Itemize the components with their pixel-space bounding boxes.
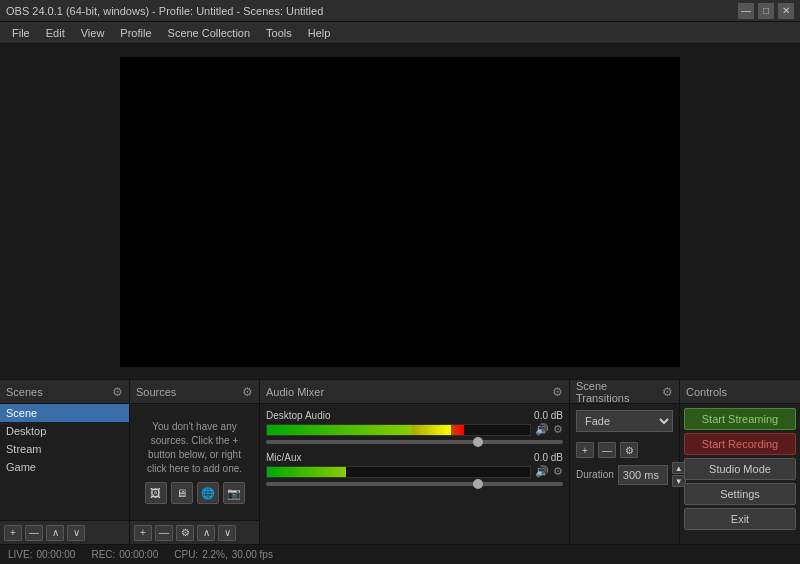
menu-help[interactable]: Help (300, 25, 339, 41)
scenes-panel-header: Scenes ⚙ (0, 380, 129, 404)
scene-transitions-panel: Scene Transitions ⚙ Fade Cut Swipe Slide… (570, 380, 680, 544)
desktop-audio-meter (266, 424, 531, 436)
sources-empty-text: You don't have any sources. Click the + … (138, 420, 251, 476)
preview-area (0, 44, 800, 379)
desktop-audio-meter-scale (267, 425, 530, 435)
statusbar: LIVE: 00:00:00 REC: 00:00:00 CPU: 2.2%, … (0, 544, 800, 564)
mic-settings-button[interactable]: ⚙ (553, 465, 563, 478)
start-recording-button[interactable]: Start Recording (684, 433, 796, 455)
maximize-button[interactable]: □ (758, 3, 774, 19)
desktop-audio-db: 0.0 dB (534, 410, 563, 421)
desktop-meter-yellow (412, 425, 451, 435)
desktop-meter-red (451, 425, 464, 435)
mic-audio-slider[interactable] (266, 482, 563, 486)
transitions-content: Fade Cut Swipe Slide Stinger Fade to Col… (570, 404, 679, 544)
sources-toolbar: + — ⚙ ∧ ∨ (130, 520, 259, 544)
mic-aux-meter (266, 466, 531, 478)
menu-profile[interactable]: Profile (112, 25, 159, 41)
menu-view[interactable]: View (73, 25, 113, 41)
audio-mixer-panel: Audio Mixer ⚙ Desktop Audio 0.0 dB (260, 380, 570, 544)
menu-scene-collection[interactable]: Scene Collection (160, 25, 259, 41)
cpu-status: CPU: 2.2%, 30.00 fps (174, 549, 273, 560)
desktop-audio-slider[interactable] (266, 440, 563, 444)
start-streaming-button[interactable]: Start Streaming (684, 408, 796, 430)
desktop-mute-button[interactable]: 🔊 (535, 423, 549, 436)
transitions-add-button[interactable]: + (576, 442, 594, 458)
transitions-title: Scene Transitions (576, 380, 662, 404)
fps-value: 30.00 fps (232, 549, 273, 560)
scenes-remove-button[interactable]: — (25, 525, 43, 541)
sources-settings-button[interactable]: ⚙ (176, 525, 194, 541)
scenes-up-button[interactable]: ∧ (46, 525, 64, 541)
sources-panel-header: Sources ⚙ (130, 380, 259, 404)
transitions-header: Scene Transitions ⚙ (570, 380, 679, 404)
sources-panel: Sources ⚙ You don't have any sources. Cl… (130, 380, 260, 544)
sources-config-icon[interactable]: ⚙ (242, 385, 253, 399)
duration-input[interactable] (618, 465, 668, 485)
duration-row: Duration ▲ ▼ (576, 462, 673, 487)
rec-time: 00:00:00 (119, 549, 158, 560)
desktop-settings-button[interactable]: ⚙ (553, 423, 563, 436)
transitions-settings-button[interactable]: ⚙ (620, 442, 638, 458)
scene-item-desktop[interactable]: Desktop (0, 422, 129, 440)
desktop-audio-name: Desktop Audio (266, 410, 331, 421)
transitions-toolbar: + — ⚙ (576, 442, 673, 458)
cpu-value: 2.2%, (202, 549, 228, 560)
scene-item-game[interactable]: Game (0, 458, 129, 476)
sources-add-button[interactable]: + (134, 525, 152, 541)
scenes-list: Scene Desktop Stream Game (0, 404, 129, 520)
rec-label: REC: (91, 549, 115, 560)
mic-aux-name: Mic/Aux (266, 452, 302, 463)
minimize-button[interactable]: — (738, 3, 754, 19)
sources-panel-title: Sources (136, 386, 176, 398)
menu-file[interactable]: File (4, 25, 38, 41)
mic-aux-channel: Mic/Aux 0.0 dB 🔊 ⚙ (266, 452, 563, 486)
settings-button[interactable]: Settings (684, 483, 796, 505)
scene-item-scene[interactable]: Scene (0, 404, 129, 422)
source-browser-icon[interactable]: 🌐 (197, 482, 219, 504)
audio-config-icon[interactable]: ⚙ (552, 385, 563, 399)
source-monitor-icon[interactable]: 🖥 (171, 482, 193, 504)
menu-edit[interactable]: Edit (38, 25, 73, 41)
controls-panel: Controls Start Streaming Start Recording… (680, 380, 800, 544)
scenes-toolbar: + — ∧ ∨ (0, 520, 129, 544)
menubar: File Edit View Profile Scene Collection … (0, 22, 800, 44)
controls-title: Controls (686, 386, 727, 398)
desktop-audio-meter-row: 🔊 ⚙ (266, 423, 563, 436)
mic-mute-button[interactable]: 🔊 (535, 465, 549, 478)
sources-icon-buttons: 🖼 🖥 🌐 📷 (138, 482, 251, 504)
mic-aux-meter-row: 🔊 ⚙ (266, 465, 563, 478)
mic-aux-header: Mic/Aux 0.0 dB (266, 452, 563, 463)
titlebar-controls: — □ ✕ (738, 3, 794, 19)
transitions-remove-button[interactable]: — (598, 442, 616, 458)
desktop-meter-green (267, 425, 412, 435)
scene-item-stream[interactable]: Stream (0, 440, 129, 458)
scenes-config-icon[interactable]: ⚙ (112, 385, 123, 399)
close-button[interactable]: ✕ (778, 3, 794, 19)
transition-type-select[interactable]: Fade Cut Swipe Slide Stinger Fade to Col… (576, 410, 673, 432)
cpu-label: CPU: (174, 549, 198, 560)
scenes-add-button[interactable]: + (4, 525, 22, 541)
source-camera-icon[interactable]: 📷 (223, 482, 245, 504)
audio-mixer-title: Audio Mixer (266, 386, 324, 398)
preview-canvas (120, 57, 680, 367)
mic-meter-green (267, 467, 346, 477)
scenes-down-button[interactable]: ∨ (67, 525, 85, 541)
desktop-audio-channel: Desktop Audio 0.0 dB 🔊 ⚙ (266, 410, 563, 444)
titlebar: OBS 24.0.1 (64-bit, windows) - Profile: … (0, 0, 800, 22)
controls-header: Controls (680, 380, 800, 404)
bottom-panels: Scenes ⚙ Scene Desktop Stream Game + — ∧… (0, 379, 800, 544)
studio-mode-button[interactable]: Studio Mode (684, 458, 796, 480)
sources-remove-button[interactable]: — (155, 525, 173, 541)
duration-label: Duration (576, 469, 614, 480)
transitions-config-icon[interactable]: ⚙ (662, 385, 673, 399)
controls-content: Start Streaming Start Recording Studio M… (680, 404, 800, 544)
sources-up-button[interactable]: ∧ (197, 525, 215, 541)
sources-down-button[interactable]: ∨ (218, 525, 236, 541)
exit-button[interactable]: Exit (684, 508, 796, 530)
menu-tools[interactable]: Tools (258, 25, 300, 41)
audio-content: Desktop Audio 0.0 dB 🔊 ⚙ (260, 404, 569, 544)
source-image-icon[interactable]: 🖼 (145, 482, 167, 504)
scenes-panel: Scenes ⚙ Scene Desktop Stream Game + — ∧… (0, 380, 130, 544)
sources-empty-message: You don't have any sources. Click the + … (130, 404, 259, 520)
